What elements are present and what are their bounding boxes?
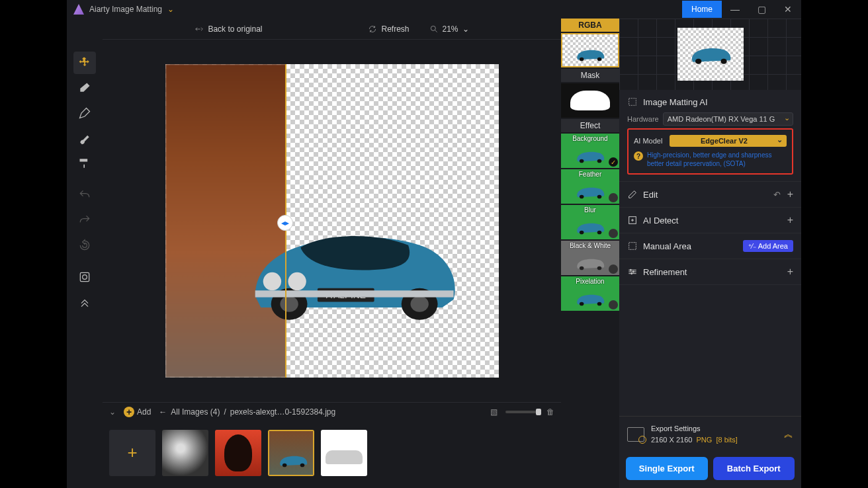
image-canvas[interactable]: A ALPINE ◂▸ xyxy=(165,64,499,378)
thumbnail-size-slider[interactable] xyxy=(505,411,539,413)
help-icon[interactable]: ? xyxy=(634,151,643,161)
zoom-dropdown-icon: ⌄ xyxy=(462,24,469,34)
effect-pixelation[interactable]: Pixelation xyxy=(561,276,619,311)
thumbnail-2[interactable] xyxy=(215,430,261,476)
tab-mask[interactable]: Mask xyxy=(561,69,619,82)
title-bar: Aiarty Image Matting ⌄ Home — ▢ ✕ xyxy=(67,0,801,19)
breadcrumb-all[interactable]: All Images (4) xyxy=(171,407,220,417)
ai-model-description-row: ? High-precision, better edge and sharpn… xyxy=(634,151,787,168)
zoom-control[interactable]: 21% ⌄ xyxy=(429,24,469,34)
effect-feather-label: Feather xyxy=(561,171,619,178)
refinement-label: Refinement xyxy=(643,267,687,277)
app-window: Aiarty Image Matting ⌄ Home — ▢ ✕ xyxy=(67,0,801,488)
ai-model-row: AI Model EdgeClear V2 xyxy=(634,135,787,147)
redo-button[interactable] xyxy=(73,209,96,231)
effect-bw[interactable]: Black & White xyxy=(561,241,619,275)
section-ai-detect[interactable]: AI Detect + xyxy=(619,208,801,233)
brush-tool[interactable] xyxy=(73,127,96,149)
svg-point-15 xyxy=(597,58,602,61)
tab-effect[interactable]: Effect xyxy=(561,119,619,132)
svg-point-5 xyxy=(281,296,298,312)
thumbnail-4[interactable] xyxy=(321,430,367,476)
single-export-button[interactable]: Single Export xyxy=(626,457,708,480)
manual-area-label: Manual Area xyxy=(643,241,691,251)
edit-undo-icon[interactable]: ↶ xyxy=(773,190,781,200)
collapse-toolbar-icon[interactable] xyxy=(73,291,96,313)
svg-point-23 xyxy=(597,266,602,270)
tab-rgba[interactable]: RGBA xyxy=(561,19,619,32)
back-to-original-label: Back to original xyxy=(208,24,262,34)
preview-pane xyxy=(619,19,801,90)
export-settings[interactable]: Export Settings 2160 X 2160 PNG [8 bits]… xyxy=(619,416,801,452)
svg-point-21 xyxy=(597,231,602,235)
preview-thumbnail[interactable] xyxy=(677,28,744,81)
effect-bw-label: Black & White xyxy=(561,242,619,249)
bottom-collapse-icon[interactable]: ⌄ xyxy=(109,407,116,417)
pen-tool[interactable] xyxy=(73,102,96,124)
matting-ai-title: Image Matting AI xyxy=(643,97,708,107)
export-resolution: 2160 X 2160 xyxy=(651,436,692,444)
section-refinement[interactable]: Refinement + xyxy=(619,259,801,285)
svg-point-26 xyxy=(695,59,701,64)
effect-feather[interactable]: Feather xyxy=(561,169,619,204)
title-dropdown-icon[interactable]: ⌄ xyxy=(167,5,174,14)
hardware-select[interactable]: AMD Radeon(TM) RX Vega 11 G xyxy=(663,112,793,126)
edit-expand-icon[interactable]: + xyxy=(787,188,793,200)
rgba-thumb[interactable] xyxy=(561,33,619,67)
thumbnail-3[interactable] xyxy=(268,430,314,476)
effects-strip: RGBA Mask Effect Background ✓ Feather Bl… xyxy=(561,19,619,488)
batch-export-button[interactable]: Batch Export xyxy=(713,457,795,480)
minimize-button[interactable]: — xyxy=(722,0,748,19)
svg-point-2 xyxy=(431,26,435,30)
ai-model-select[interactable]: EdgeClear V2 xyxy=(670,135,787,147)
refinement-expand-icon[interactable]: + xyxy=(787,266,793,278)
effect-blur[interactable]: Blur xyxy=(561,205,619,239)
plus-icon: + xyxy=(127,442,137,463)
svg-point-33 xyxy=(631,273,632,274)
thumbnail-add[interactable]: + xyxy=(109,430,155,476)
breadcrumb-sep: / xyxy=(224,407,226,417)
export-icon xyxy=(627,427,644,442)
compare-slider-handle[interactable]: ◂▸ xyxy=(277,215,293,231)
export-buttons: Single Export Batch Export xyxy=(619,452,801,488)
car-svg: A ALPINE xyxy=(238,196,465,340)
maximize-button[interactable]: ▢ xyxy=(748,0,775,19)
thumbnail-1[interactable] xyxy=(162,430,208,476)
svg-rect-0 xyxy=(80,272,89,281)
thumbnail-row: + xyxy=(103,421,561,488)
back-to-original-button[interactable]: Back to original xyxy=(195,24,262,34)
subject-car: A ALPINE xyxy=(238,196,465,340)
section-manual-area[interactable]: Manual Area ⁺⁄₋ Add Area xyxy=(619,233,801,259)
effect-unselected-icon xyxy=(609,229,618,238)
move-tool[interactable] xyxy=(73,52,96,74)
matting-ai-header: Image Matting AI xyxy=(627,97,793,107)
home-button[interactable]: Home xyxy=(682,1,722,18)
add-plus-icon: + xyxy=(124,407,134,417)
breadcrumb-back-icon[interactable]: ← xyxy=(159,407,167,417)
refresh-label: Refresh xyxy=(381,24,409,34)
delete-button[interactable]: 🗑 xyxy=(546,407,554,417)
ai-detect-label: AI Detect xyxy=(643,216,678,225)
svg-point-19 xyxy=(597,195,602,199)
app-body: Back to original Refresh 21% ⌄ xyxy=(67,19,801,488)
section-edit[interactable]: Edit ↶+ xyxy=(619,182,801,208)
reset-button[interactable] xyxy=(73,234,96,257)
effect-selected-icon: ✓ xyxy=(609,157,618,167)
undo-button[interactable] xyxy=(73,184,96,206)
hardware-row: Hardware AMD Radeon(TM) RX Vega 11 G xyxy=(627,112,793,126)
roller-tool[interactable] xyxy=(73,152,96,175)
svg-rect-28 xyxy=(629,99,636,106)
compare-tool[interactable] xyxy=(73,266,96,288)
add-area-button[interactable]: ⁺⁄₋ Add Area xyxy=(743,240,793,252)
eraser-tool[interactable] xyxy=(73,77,96,99)
title-bar-left: Aiarty Image Matting ⌄ xyxy=(73,4,174,15)
close-button[interactable]: ✕ xyxy=(775,0,801,19)
effect-background[interactable]: Background ✓ xyxy=(561,134,619,168)
refresh-button[interactable]: Refresh xyxy=(368,24,409,34)
mask-thumb[interactable] xyxy=(561,83,619,118)
svg-point-22 xyxy=(580,266,584,270)
ai-detect-expand-icon[interactable]: + xyxy=(787,214,793,226)
export-collapse-icon[interactable]: ︽ xyxy=(784,428,793,440)
add-image-button[interactable]: + Add xyxy=(124,407,151,417)
section-matting-ai: Image Matting AI Hardware AMD Radeon(TM)… xyxy=(619,90,801,182)
